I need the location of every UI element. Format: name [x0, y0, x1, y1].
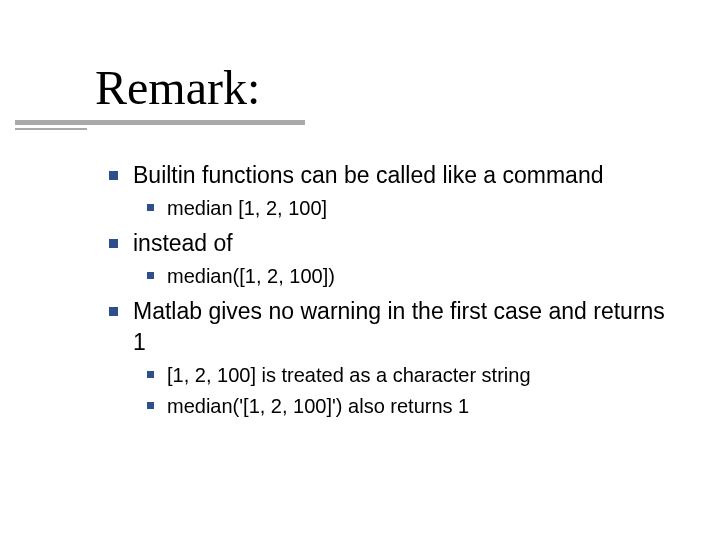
- title-underline: [15, 120, 305, 125]
- bullet-text: Matlab gives no warning in the first cas…: [133, 298, 665, 355]
- sub-list: [1, 2, 100] is treated as a character st…: [133, 362, 675, 420]
- list-item: [1, 2, 100] is treated as a character st…: [133, 362, 675, 389]
- bullet-text: median [1, 2, 100]: [167, 197, 327, 219]
- list-item: median([1, 2, 100]): [133, 263, 675, 290]
- bullet-text: median([1, 2, 100]): [167, 265, 335, 287]
- list-item: median('[1, 2, 100]') also returns 1: [133, 393, 675, 420]
- list-item: Builtin functions can be called like a c…: [95, 160, 675, 222]
- bullet-list: Builtin functions can be called like a c…: [95, 160, 675, 420]
- title-underline-accent: [15, 128, 87, 130]
- slide: Remark: Builtin functions can be called …: [0, 0, 720, 540]
- list-item: median [1, 2, 100]: [133, 195, 675, 222]
- bullet-text: [1, 2, 100] is treated as a character st…: [167, 364, 531, 386]
- bullet-text: instead of: [133, 230, 233, 256]
- bullet-text: median('[1, 2, 100]') also returns 1: [167, 395, 469, 417]
- bullet-text: Builtin functions can be called like a c…: [133, 162, 603, 188]
- list-item: Matlab gives no warning in the first cas…: [95, 296, 675, 420]
- sub-list: median([1, 2, 100]): [133, 263, 675, 290]
- list-item: instead of median([1, 2, 100]): [95, 228, 675, 290]
- slide-title: Remark:: [95, 60, 260, 115]
- sub-list: median [1, 2, 100]: [133, 195, 675, 222]
- slide-body: Builtin functions can be called like a c…: [95, 160, 675, 426]
